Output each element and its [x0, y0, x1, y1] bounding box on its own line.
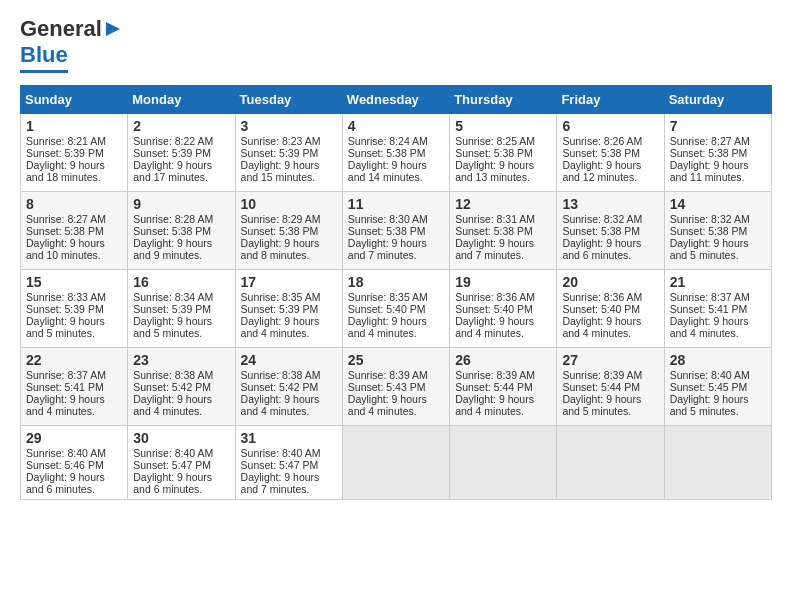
daylight-text: Daylight: 9 hours and 6 minutes.: [133, 471, 229, 495]
daylight-text: Daylight: 9 hours and 15 minutes.: [241, 159, 337, 183]
sunset-text: Sunset: 5:41 PM: [26, 381, 122, 393]
day-number: 7: [670, 118, 766, 134]
calendar-cell: 22Sunrise: 8:37 AMSunset: 5:41 PMDayligh…: [21, 348, 128, 426]
sunset-text: Sunset: 5:38 PM: [348, 225, 444, 237]
calendar-cell: 30Sunrise: 8:40 AMSunset: 5:47 PMDayligh…: [128, 426, 235, 500]
day-number: 12: [455, 196, 551, 212]
day-number: 30: [133, 430, 229, 446]
daylight-text: Daylight: 9 hours and 5 minutes.: [670, 237, 766, 261]
daylight-text: Daylight: 9 hours and 4 minutes.: [562, 315, 658, 339]
logo: General Blue: [20, 16, 124, 73]
day-number: 17: [241, 274, 337, 290]
col-header-tuesday: Tuesday: [235, 86, 342, 114]
sunrise-text: Sunrise: 8:21 AM: [26, 135, 122, 147]
svg-marker-0: [106, 22, 120, 36]
sunset-text: Sunset: 5:44 PM: [455, 381, 551, 393]
day-number: 15: [26, 274, 122, 290]
sunset-text: Sunset: 5:39 PM: [241, 303, 337, 315]
col-header-wednesday: Wednesday: [342, 86, 449, 114]
daylight-text: Daylight: 9 hours and 5 minutes.: [670, 393, 766, 417]
daylight-text: Daylight: 9 hours and 14 minutes.: [348, 159, 444, 183]
sunset-text: Sunset: 5:40 PM: [455, 303, 551, 315]
day-number: 21: [670, 274, 766, 290]
calendar-cell: 4Sunrise: 8:24 AMSunset: 5:38 PMDaylight…: [342, 114, 449, 192]
sunset-text: Sunset: 5:44 PM: [562, 381, 658, 393]
day-number: 14: [670, 196, 766, 212]
calendar-cell: 23Sunrise: 8:38 AMSunset: 5:42 PMDayligh…: [128, 348, 235, 426]
sunset-text: Sunset: 5:38 PM: [455, 147, 551, 159]
day-number: 6: [562, 118, 658, 134]
sunrise-text: Sunrise: 8:39 AM: [455, 369, 551, 381]
daylight-text: Daylight: 9 hours and 8 minutes.: [241, 237, 337, 261]
calendar-cell: 2Sunrise: 8:22 AMSunset: 5:39 PMDaylight…: [128, 114, 235, 192]
daylight-text: Daylight: 9 hours and 4 minutes.: [241, 393, 337, 417]
logo-general: General: [20, 16, 102, 42]
day-number: 9: [133, 196, 229, 212]
calendar-week-4: 22Sunrise: 8:37 AMSunset: 5:41 PMDayligh…: [21, 348, 772, 426]
calendar-week-1: 1Sunrise: 8:21 AMSunset: 5:39 PMDaylight…: [21, 114, 772, 192]
calendar-cell: 20Sunrise: 8:36 AMSunset: 5:40 PMDayligh…: [557, 270, 664, 348]
logo-blue: Blue: [20, 42, 68, 73]
page-header: General Blue: [20, 16, 772, 73]
sunrise-text: Sunrise: 8:37 AM: [26, 369, 122, 381]
sunrise-text: Sunrise: 8:36 AM: [562, 291, 658, 303]
day-number: 19: [455, 274, 551, 290]
calendar-cell: 17Sunrise: 8:35 AMSunset: 5:39 PMDayligh…: [235, 270, 342, 348]
sunset-text: Sunset: 5:39 PM: [26, 303, 122, 315]
day-number: 2: [133, 118, 229, 134]
calendar-week-2: 8Sunrise: 8:27 AMSunset: 5:38 PMDaylight…: [21, 192, 772, 270]
daylight-text: Daylight: 9 hours and 10 minutes.: [26, 237, 122, 261]
sunrise-text: Sunrise: 8:40 AM: [133, 447, 229, 459]
calendar-cell: 14Sunrise: 8:32 AMSunset: 5:38 PMDayligh…: [664, 192, 771, 270]
day-number: 23: [133, 352, 229, 368]
sunset-text: Sunset: 5:42 PM: [133, 381, 229, 393]
daylight-text: Daylight: 9 hours and 12 minutes.: [562, 159, 658, 183]
daylight-text: Daylight: 9 hours and 13 minutes.: [455, 159, 551, 183]
col-header-friday: Friday: [557, 86, 664, 114]
sunrise-text: Sunrise: 8:22 AM: [133, 135, 229, 147]
sunset-text: Sunset: 5:39 PM: [26, 147, 122, 159]
day-number: 31: [241, 430, 337, 446]
sunrise-text: Sunrise: 8:39 AM: [562, 369, 658, 381]
sunset-text: Sunset: 5:38 PM: [670, 147, 766, 159]
day-number: 4: [348, 118, 444, 134]
daylight-text: Daylight: 9 hours and 4 minutes.: [670, 315, 766, 339]
sunrise-text: Sunrise: 8:37 AM: [670, 291, 766, 303]
page-container: General Blue SundayMondayTuesdayWednesda…: [0, 0, 792, 510]
calendar-cell: 28Sunrise: 8:40 AMSunset: 5:45 PMDayligh…: [664, 348, 771, 426]
day-number: 25: [348, 352, 444, 368]
logo-arrow-icon: [102, 20, 124, 38]
daylight-text: Daylight: 9 hours and 7 minutes.: [455, 237, 551, 261]
calendar-cell: 6Sunrise: 8:26 AMSunset: 5:38 PMDaylight…: [557, 114, 664, 192]
calendar-week-5: 29Sunrise: 8:40 AMSunset: 5:46 PMDayligh…: [21, 426, 772, 500]
sunset-text: Sunset: 5:38 PM: [241, 225, 337, 237]
sunrise-text: Sunrise: 8:26 AM: [562, 135, 658, 147]
sunset-text: Sunset: 5:41 PM: [670, 303, 766, 315]
day-number: 5: [455, 118, 551, 134]
col-header-thursday: Thursday: [450, 86, 557, 114]
day-number: 13: [562, 196, 658, 212]
sunrise-text: Sunrise: 8:27 AM: [670, 135, 766, 147]
sunset-text: Sunset: 5:38 PM: [26, 225, 122, 237]
calendar-cell: 15Sunrise: 8:33 AMSunset: 5:39 PMDayligh…: [21, 270, 128, 348]
calendar-cell: 24Sunrise: 8:38 AMSunset: 5:42 PMDayligh…: [235, 348, 342, 426]
sunset-text: Sunset: 5:39 PM: [241, 147, 337, 159]
sunrise-text: Sunrise: 8:34 AM: [133, 291, 229, 303]
sunrise-text: Sunrise: 8:36 AM: [455, 291, 551, 303]
calendar-cell: 1Sunrise: 8:21 AMSunset: 5:39 PMDaylight…: [21, 114, 128, 192]
daylight-text: Daylight: 9 hours and 6 minutes.: [26, 471, 122, 495]
daylight-text: Daylight: 9 hours and 5 minutes.: [26, 315, 122, 339]
sunrise-text: Sunrise: 8:32 AM: [562, 213, 658, 225]
col-header-saturday: Saturday: [664, 86, 771, 114]
calendar-cell: 5Sunrise: 8:25 AMSunset: 5:38 PMDaylight…: [450, 114, 557, 192]
calendar-cell: 11Sunrise: 8:30 AMSunset: 5:38 PMDayligh…: [342, 192, 449, 270]
calendar-cell: 26Sunrise: 8:39 AMSunset: 5:44 PMDayligh…: [450, 348, 557, 426]
calendar-cell: 9Sunrise: 8:28 AMSunset: 5:38 PMDaylight…: [128, 192, 235, 270]
daylight-text: Daylight: 9 hours and 18 minutes.: [26, 159, 122, 183]
daylight-text: Daylight: 9 hours and 4 minutes.: [348, 315, 444, 339]
calendar-cell: [342, 426, 449, 500]
daylight-text: Daylight: 9 hours and 4 minutes.: [241, 315, 337, 339]
calendar-cell: 7Sunrise: 8:27 AMSunset: 5:38 PMDaylight…: [664, 114, 771, 192]
sunset-text: Sunset: 5:47 PM: [133, 459, 229, 471]
sunrise-text: Sunrise: 8:31 AM: [455, 213, 551, 225]
